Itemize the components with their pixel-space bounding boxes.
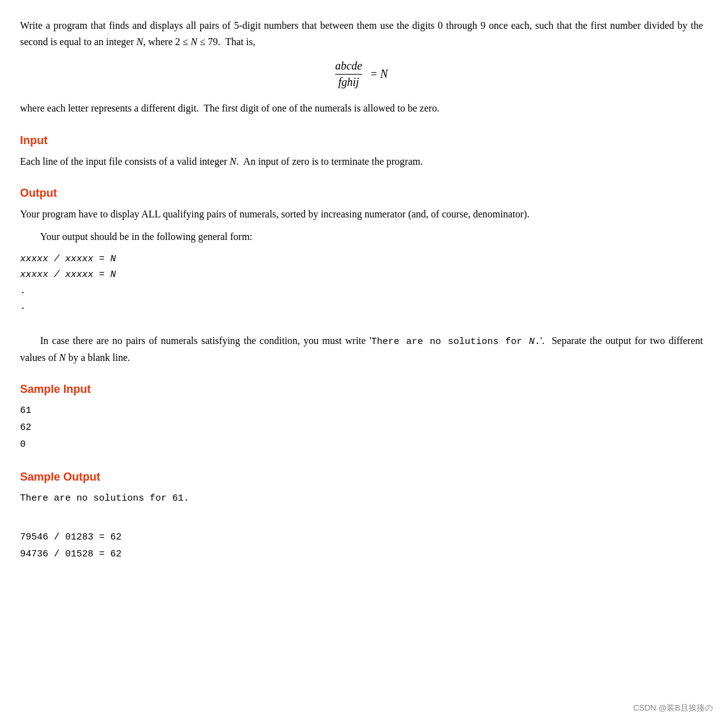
sample-input-heading: Sample Input	[20, 383, 703, 396]
sample-output-data: There are no solutions for 61. 79546 / 0…	[20, 490, 703, 563]
no-solutions-code: There are no solutions for N.	[372, 336, 541, 347]
formula-equals: = N	[370, 68, 388, 81]
formula-block: abcde fghij = N	[20, 60, 703, 89]
output-body-line3: Your output should be in the following g…	[20, 229, 703, 245]
watermark: CSDN @装B且挨揍の	[633, 702, 713, 714]
input-body: Each line of the input file consists of …	[20, 154, 703, 170]
input-heading: Input	[20, 134, 703, 147]
sample-output-heading: Sample Output	[20, 471, 703, 484]
where-paragraph: where each letter represents a different…	[20, 100, 703, 117]
sample-output-line1: There are no solutions for 61.	[20, 490, 703, 507]
sample-output-blank	[20, 512, 703, 529]
sample-input-0: 0	[20, 436, 703, 453]
fraction-numerator: abcde	[335, 60, 362, 75]
output-body-line1: Your program have to display ALL qualify…	[20, 206, 703, 222]
main-content: Write a program that finds and displays …	[20, 18, 703, 563]
output-code-block: xxxxx / xxxxx = N xxxxx / xxxxx = N . .	[20, 251, 703, 315]
output-heading: Output	[20, 187, 703, 200]
output-dot1: .	[20, 283, 703, 300]
sample-output-line2: 79546 / 01283 = 62	[20, 529, 703, 546]
sample-input-62: 62	[20, 419, 703, 436]
no-solutions-paragraph: In case there are no pairs of numerals s…	[20, 333, 703, 366]
output-code-line1: xxxxx / xxxxx = N	[20, 251, 703, 268]
sample-input-61: 61	[20, 402, 703, 419]
sample-output-line3: 94736 / 01528 = 62	[20, 546, 703, 563]
output-dot2: .	[20, 299, 703, 315]
intro-paragraph: Write a program that finds and displays …	[20, 18, 703, 50]
sample-input-data: 61 62 0	[20, 402, 703, 453]
fraction-denominator: fghij	[335, 75, 362, 89]
output-code-line2: xxxxx / xxxxx = N	[20, 267, 703, 283]
fraction: abcde fghij	[335, 60, 362, 89]
